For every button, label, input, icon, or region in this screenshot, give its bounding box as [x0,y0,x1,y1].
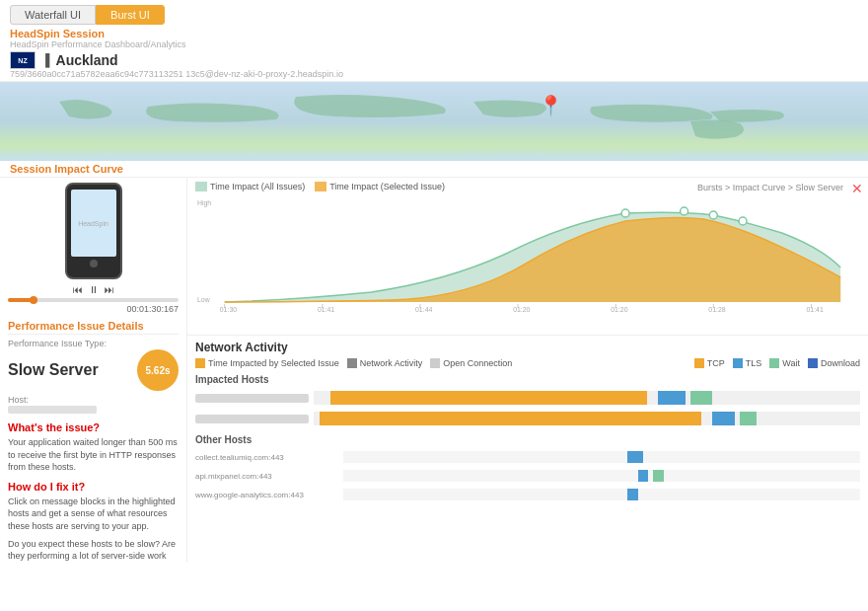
issue-badge: 5.62s [137,349,179,391]
how-fix-text1: Click on message blocks in the highlight… [8,496,179,533]
host-track-1[interactable] [314,391,860,405]
host-name-bar-1 [195,394,309,403]
host-track-2[interactable] [314,412,860,425]
what-issue-text: Your application waited longer than 500 … [8,436,179,474]
host-label: Host: [8,395,179,405]
other-host-row-2: api.mixpanel.com:443 [195,468,860,484]
host-name-bar-2 [195,415,309,423]
session-subtitle: HeadSpin Performance Dashboard/Analytics [10,39,858,49]
phone-mockup: HeadSpin [65,183,122,279]
waterfall-ui-tab[interactable]: Waterfall UI [10,5,96,25]
other-host-track-3[interactable] [343,489,860,500]
other-host-name-2: api.mixpanel.com:443 [195,472,338,481]
other-host-name-1: collect.tealiumiq.com:443 [195,453,338,462]
svg-point-5 [739,217,747,225]
network-area: Network Activity Time Impacted by Select… [187,336,868,563]
play-back-button[interactable]: ⏮ [73,284,83,295]
device-id: 759/3660a0cc71a5782eaa6c94c773113251 13c… [10,69,858,79]
net-legend-network-activity: Network Activity [347,358,423,368]
svg-text:01:30: 01:30 [220,306,237,312]
impacted-host-row-1 [195,389,860,407]
phone-screen: HeadSpin [71,190,116,257]
section-impact-curve-label: Session Impact Curve [0,161,868,178]
other-host-row-3: www.google-analytics.com:443 [195,487,860,502]
time-display: 00:01:30:167 [8,304,179,314]
net-legend-tls: TLS [733,358,762,368]
legend-all-issues: Time Impact (All Issues) [195,182,305,191]
svg-text:01:20: 01:20 [513,306,530,312]
svg-text:Low: Low [197,296,211,303]
other-hosts-label: Other Hosts [195,434,860,445]
progress-handle [30,296,37,304]
what-issue-title: What's the issue? [8,421,179,433]
phone-preview: HeadSpin [8,183,179,279]
impacted-hosts-label: Impacted Hosts [195,374,860,385]
breadcrumb: Bursts > Impact Curve > Slow Server [697,183,843,192]
net-legend-download: Download [808,358,860,368]
chart-area: Time Impact (All Issues) Time Impact (Se… [187,178,868,336]
close-button[interactable]: ✕ [851,181,863,196]
progress-fill [8,298,34,302]
right-panel: Time Impact (All Issues) Time Impact (Se… [187,178,868,563]
perf-issue-header: Performance Issue Details [8,320,179,335]
burst-ui-tab[interactable]: Burst UI [96,5,165,25]
svg-text:01:44: 01:44 [415,306,432,312]
impact-curve-chart: High Low [195,193,860,312]
svg-text:01:28: 01:28 [708,306,725,312]
other-host-track-1[interactable] [343,451,860,463]
nz-flag: NZ [10,51,36,69]
net-legend-open-connection: Open Connection [430,358,512,368]
svg-point-4 [709,211,717,219]
svg-text:01:41: 01:41 [318,306,334,312]
how-fix-title: How do I fix it? [8,481,179,493]
play-forward-button[interactable]: ⏭ [105,284,114,295]
left-panel: HeadSpin ⏮ ⏸ ⏭ 00:01:30:167 Performance … [0,178,187,563]
network-header: Network Activity [195,341,288,354]
host-value [8,406,97,414]
net-legend-tcp: TCP [694,358,725,368]
net-legend-wait: Wait [769,358,800,368]
svg-text:01:41: 01:41 [806,306,823,312]
map-pin: 📍 [539,94,563,117]
legend-selected-issue: Time Impact (Selected Issue) [315,182,445,191]
signal-bars-icon: ▐ [41,53,50,67]
svg-point-2 [621,209,629,217]
other-host-name-3: www.google-analytics.com:443 [195,491,338,499]
net-legend-time-impact: Time Impacted by Selected Issue [195,358,339,368]
svg-text:01:20: 01:20 [611,306,627,312]
device-name: Auckland [56,52,118,68]
session-title: HeadSpin Session [10,28,858,39]
svg-text:High: High [197,199,211,207]
svg-point-3 [681,207,688,215]
pause-button[interactable]: ⏸ [89,284,99,295]
phone-home-button [90,260,98,267]
impacted-host-row-2 [195,410,860,427]
how-fix-text2: Do you expect these hosts to be slow? Ar… [8,538,179,563]
progress-container[interactable] [8,298,179,302]
issue-name: Slow Server [8,361,99,379]
other-host-row-1: collect.tealiumiq.com:443 [195,449,860,465]
issue-type-label: Performance Issue Type: [8,339,179,348]
playback-controls: ⏮ ⏸ ⏭ [8,284,179,295]
world-map: 📍 [0,82,868,161]
other-host-track-2[interactable] [343,470,860,482]
